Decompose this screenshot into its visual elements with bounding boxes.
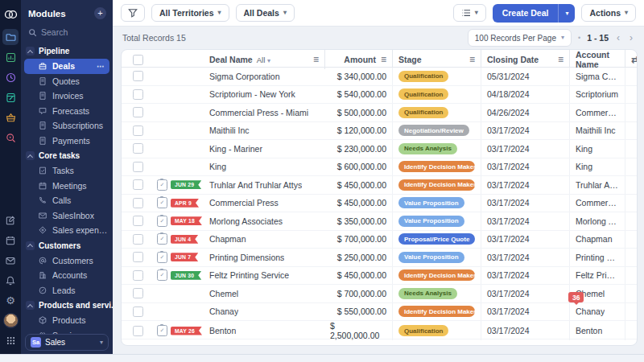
sidebar-item-subscriptions[interactable]: Subscriptions [21,118,113,134]
deal-name-cell[interactable]: Feltz Printing Service [204,267,324,285]
header-deal-name[interactable]: Deal Name All ▾ ≡ [204,50,324,69]
column-menu-icon[interactable]: ≡ [469,54,475,65]
settings-gear-icon[interactable]: ⚙ [2,293,19,309]
collapse-chevron-icon[interactable] [26,47,35,56]
header-closing-date[interactable]: Closing Date≡ [481,50,569,69]
deal-name-filter[interactable]: All ▾ [257,56,270,64]
deal-name-cell[interactable]: Maithili Inc [204,122,324,140]
modules-folder-icon[interactable] [2,29,19,45]
row-checkbox[interactable] [133,270,143,281]
user-avatar[interactable] [2,313,19,329]
collapse-chevron-icon[interactable] [26,241,35,250]
header-stage[interactable]: Stage≡ [392,50,481,69]
row-checkbox[interactable] [133,198,143,208]
open-activity-icon[interactable]: ✓ [157,197,167,208]
sidebar-item-salesinbox[interactable]: SalesInbox [21,208,113,224]
table-row[interactable]: ✓ Chanay $ 550,000.00 Identify Decision … [122,303,637,322]
open-activity-icon[interactable]: ✓ [157,252,167,263]
account-name-cell[interactable]: Truhlar And Truhlar [569,176,625,194]
table-row[interactable]: ✓ JUN 30 Feltz Printing Service $ 450,00… [122,267,637,286]
filter-button[interactable] [121,4,145,22]
calendar-icon[interactable] [2,232,19,249]
view-filter-button[interactable]: All Deals▾ [236,4,295,22]
account-name-cell[interactable]: King [569,140,625,158]
row-checkbox[interactable] [133,216,143,226]
open-activity-icon[interactable]: ✓ [157,179,167,191]
prev-page-button[interactable]: ‹ [615,32,621,43]
account-name-cell[interactable]: King [569,158,625,176]
account-name-cell[interactable]: Commercial Press [569,195,625,212]
compose-icon[interactable] [2,212,19,228]
sidebar-item-tasks[interactable]: Tasks [21,163,113,179]
account-name-cell[interactable]: Maithili Inc [569,122,625,140]
row-checkbox[interactable] [133,288,143,298]
account-name-cell[interactable]: Commercial Press [569,104,625,121]
column-menu-icon[interactable]: ≡ [313,54,319,65]
deal-name-cell[interactable]: Truhlar And Truhlar Attys [204,176,324,194]
table-row[interactable]: ✓ MAY 18 Morlong Associates $ 350,000.00… [122,212,637,231]
deal-name-cell[interactable]: Chanay [204,303,324,321]
deal-name-cell[interactable]: Commercial Press [204,195,324,212]
activities-clock-icon[interactable] [2,69,19,85]
row-checkbox[interactable] [133,107,143,117]
table-row[interactable]: ✓ Sigma Corporation $ 340,000.00 Qualifi… [122,68,637,86]
notification-count-badge[interactable]: 36 [568,292,584,302]
table-row[interactable]: ✓ Maithili Inc $ 120,000.00 Negotiation/… [122,122,637,141]
table-row[interactable]: ✓ JUN 29 Truhlar And Truhlar Attys $ 450… [122,176,637,195]
marketplace-basket-icon[interactable] [2,109,19,125]
next-page-button[interactable]: › [628,32,634,43]
collapse-chevron-icon[interactable] [26,151,35,160]
account-name-cell[interactable]: Printing Dimensions [569,249,625,266]
account-name-cell[interactable]: Chanay [569,303,625,321]
table-row[interactable]: ✓ APR 9 Commercial Press $ 450,000.00 Va… [122,195,637,213]
more-options-icon[interactable]: ⋯ [97,62,105,71]
account-name-cell[interactable]: Morlong Associates [569,212,625,230]
deal-name-cell[interactable]: Morlong Associates [204,212,324,230]
table-row[interactable]: ✓ JUN 7 Printing Dimensions $ 250,000.00… [122,249,637,267]
row-checkbox[interactable] [133,306,143,317]
actions-button[interactable]: Actions▾ [581,4,636,22]
sidebar-section-header[interactable]: Pipeline [21,43,113,59]
table-row[interactable]: ✓ King $ 600,000.00 Identify Decision Ma… [122,158,637,177]
deal-name-cell[interactable]: Chemel [204,285,324,302]
sidebar-item-meetings[interactable]: Meetings [21,179,113,194]
workspace-selector[interactable]: Sa Sales ▾ [25,334,109,351]
sidebar-item-forecasts[interactable]: Forecasts [21,104,113,119]
row-checkbox[interactable] [133,89,143,100]
deal-name-cell[interactable]: Scriptorium - New York [204,86,324,104]
table-row[interactable]: ✓ JUN 4 Chapman $ 700,000.00 Proposal/Pr… [122,231,637,249]
deal-name-cell[interactable]: Printing Dimensions [204,249,324,266]
row-checkbox[interactable] [133,162,143,172]
notifications-bell-icon[interactable] [2,273,19,289]
deal-name-cell[interactable]: Sigma Corporation [204,68,324,85]
account-name-cell[interactable]: Feltz Printing Service [569,267,625,285]
sidebar-item-leads[interactable]: Leads [21,283,113,298]
zoho-logo-icon[interactable] [2,6,19,23]
sidebar-item-accounts[interactable]: Accounts [21,268,113,283]
open-activity-icon[interactable]: ✓ [157,233,167,245]
analytics-chart-icon[interactable] [2,49,19,65]
collapse-chevron-icon[interactable] [26,301,35,310]
sidebar-search-input[interactable]: Search [21,22,113,41]
row-checkbox[interactable] [133,143,143,154]
sidebar-item-payments[interactable]: Payments [21,134,113,149]
row-checkbox[interactable] [133,234,143,245]
deal-name-cell[interactable]: Chapman [204,231,324,249]
account-name-cell[interactable]: Chapman [569,231,625,249]
manage-columns-icon[interactable]: ⇄ [631,55,638,65]
apps-grid-icon[interactable] [2,333,19,349]
add-module-button[interactable]: + [94,7,106,19]
deal-name-cell[interactable]: King - Mariner [204,140,324,158]
open-activity-icon[interactable]: ✓ [157,216,167,227]
row-checkbox[interactable] [133,125,143,136]
deal-name-cell[interactable]: Benton [204,321,324,340]
column-menu-icon[interactable]: ≡ [558,54,564,65]
table-row[interactable]: ✓ King - Mariner $ 230,000.00 Needs Anal… [122,140,637,158]
sidebar-item-products[interactable]: Products [21,313,113,328]
row-checkbox[interactable] [133,71,143,81]
sidebar-item-quotes[interactable]: Quotes [21,74,113,89]
records-per-page-selector[interactable]: 100 Records Per Page▾ [468,29,572,47]
account-name-cell[interactable]: Benton [569,321,625,340]
table-row[interactable]: ✓ Scriptorium - New York $ 540,000.00 Qu… [122,86,637,105]
sidebar-section-header[interactable]: Core tasks [21,148,113,163]
